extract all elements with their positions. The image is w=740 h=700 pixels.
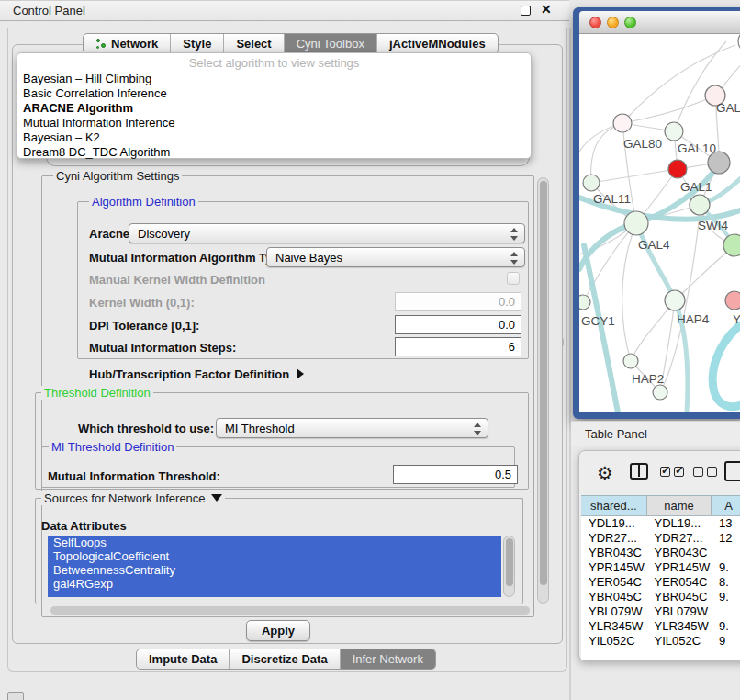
network-edge (591, 123, 622, 183)
mi-type-combo[interactable]: Naive Bayes (266, 247, 525, 267)
sources-legend-toggle[interactable]: Sources for Network Inference (41, 491, 225, 505)
table-cell: YDR27... (581, 531, 647, 546)
dropdown-item[interactable]: Bayesian – K2 (17, 130, 531, 145)
float-panel-icon[interactable] (521, 6, 531, 16)
attributes-scrollbar[interactable] (503, 536, 515, 597)
network-node[interactable] (623, 354, 638, 368)
tab-select[interactable]: Select (224, 34, 284, 53)
gear-icon[interactable]: ⚙ (597, 462, 613, 484)
attribute-item[interactable]: gal4RGexp (48, 577, 501, 591)
column-header[interactable]: A (712, 496, 740, 516)
network-node[interactable] (624, 211, 648, 235)
network-node[interactable] (690, 195, 710, 215)
zoom-window-icon[interactable] (624, 17, 636, 28)
network-node[interactable] (668, 160, 687, 178)
kernel-width-field[interactable]: 0.0 (395, 292, 521, 311)
network-edge (622, 223, 636, 361)
screen: { "control_panel": { "title": "Control P… (0, 0, 740, 700)
collapsed-arrow-icon (297, 368, 304, 379)
table-cell: YER054C (581, 575, 647, 590)
network-node[interactable] (725, 291, 740, 310)
table-cell: YBR043C (647, 546, 712, 560)
dropdown-item[interactable]: Bayesian – Hill Climbing (17, 72, 531, 86)
table-row[interactable]: YBR045CYBR045C9. (581, 590, 740, 604)
table-row[interactable]: YBL079WYBL079W (581, 604, 740, 619)
table-cell: YBL079W (581, 604, 647, 619)
mi-steps-field[interactable]: 6 (395, 337, 521, 356)
table-grid: shared...nameA YDL19...YDL19...13YDR27..… (581, 495, 740, 660)
algorithm-definition-legend: Algorithm Definition (89, 195, 198, 209)
table-row[interactable]: YBR043CYBR043C (581, 546, 740, 560)
attribute-item[interactable]: SelfLoops (48, 536, 501, 549)
tab-network[interactable]: Network (84, 34, 171, 53)
close-window-icon[interactable] (589, 17, 601, 28)
network-node-label: GCY1 (581, 314, 615, 328)
data-attributes-list[interactable]: SelfLoopsTopologicalCoefficientBetweenne… (48, 536, 501, 597)
network-node[interactable] (723, 234, 740, 256)
apply-button[interactable]: Apply (246, 620, 310, 641)
network-node[interactable] (653, 385, 667, 400)
minimize-window-icon[interactable] (607, 17, 619, 28)
mi-threshold-field[interactable]: 0.5 (393, 465, 518, 484)
table-cell: 9. (712, 560, 740, 575)
hub-definition-label: Hub/Transcription Factor Definition (89, 367, 289, 381)
close-panel-icon[interactable]: ✕ (541, 2, 552, 17)
tab-impute-data[interactable]: Impute Data (137, 649, 230, 669)
combo-stepper-icon (474, 423, 482, 435)
column-header[interactable]: shared... (581, 496, 647, 516)
table-header-row: shared...nameA (581, 495, 740, 516)
settings-hscrollbar[interactable] (50, 606, 530, 615)
expanded-arrow-icon (211, 494, 222, 502)
network-canvas[interactable]: GALGAL80GAL10GAL1GAL11SWI4GAL4GCY1HAP4YH… (579, 34, 740, 412)
tab-discretize-data[interactable]: Discretize Data (230, 649, 340, 669)
dropdown-item[interactable]: Mutual Information Inference (17, 116, 531, 130)
which-threshold-value: MI Threshold (225, 422, 295, 435)
table-cell: YPR145W (581, 560, 647, 575)
dropdown-item[interactable]: ARACNE Algorithm (17, 101, 531, 116)
tab-style[interactable]: Style (171, 34, 224, 53)
deselect-all-icon[interactable] (693, 467, 717, 477)
table-row[interactable]: YPR145WYPR145W9. (581, 560, 740, 575)
table-row[interactable]: YIL052CYIL052C9 (581, 634, 740, 649)
tab-jactivemnodules[interactable]: jActiveMNodules (377, 34, 498, 53)
aracne-mode-combo[interactable]: Discovery (129, 223, 525, 243)
network-node[interactable] (665, 122, 683, 141)
control-panel-titlebar: Control Panel ✕ (0, 0, 569, 21)
aracne-mode-value: Discovery (138, 227, 190, 241)
dpi-tolerance-field[interactable]: 0.0 (395, 315, 521, 334)
dropdown-item[interactable]: Dream8 DC_TDC Algorithm (17, 145, 531, 160)
network-node[interactable] (583, 175, 600, 191)
dropdown-placeholder: Select algorithm to view settings (17, 55, 531, 72)
table-row[interactable]: YLR345WYLR345W9. (581, 619, 740, 634)
attribute-item[interactable]: BetweennessCentrality (48, 563, 501, 577)
columns-view-icon[interactable] (630, 463, 648, 480)
network-node[interactable] (613, 114, 632, 132)
column-header[interactable]: name (647, 496, 712, 516)
cyni-settings-legend: Cyni Algorithm Settings (53, 169, 182, 183)
manual-kernel-checkbox[interactable] (507, 272, 520, 285)
tab-cyni-toolbox[interactable]: Cyni Toolbox (285, 34, 377, 53)
network-node-label: GAL (716, 101, 740, 115)
network-view-window[interactable]: GALGAL80GAL10GAL1GAL11SWI4GAL4GCY1HAP4YH… (573, 7, 740, 419)
collapsed-panel-stub[interactable] (7, 692, 24, 700)
table-row[interactable]: YER054CYER054C8. (581, 575, 740, 590)
combo-stepper-icon (510, 228, 519, 241)
which-threshold-combo[interactable]: MI Threshold (216, 418, 488, 438)
new-table-icon[interactable] (724, 461, 740, 481)
settings-vscrollbar[interactable] (537, 177, 549, 604)
network-node[interactable] (665, 290, 685, 310)
select-all-icon[interactable] (660, 467, 684, 477)
network-node[interactable] (579, 295, 590, 310)
table-row[interactable]: YDR27...YDR27...12 (581, 531, 740, 546)
network-node-label: Y (733, 312, 740, 326)
table-row[interactable]: YDL19...YDL19...13 (581, 516, 740, 531)
network-node-label: HAP4 (677, 312, 710, 326)
network-window-titlebar[interactable] (579, 11, 740, 34)
tab-infer-network[interactable]: Infer Network (341, 649, 435, 669)
hub-definition-toggle[interactable]: Hub/Transcription Factor Definition (89, 367, 304, 381)
dropdown-item[interactable]: Basic Correlation Inference (17, 86, 531, 101)
attribute-item[interactable]: TopologicalCoefficient (48, 549, 501, 563)
network-node-label: GAL4 (638, 238, 670, 252)
table-cell: 9 (712, 634, 740, 649)
table-cell: YDL19... (581, 516, 647, 531)
